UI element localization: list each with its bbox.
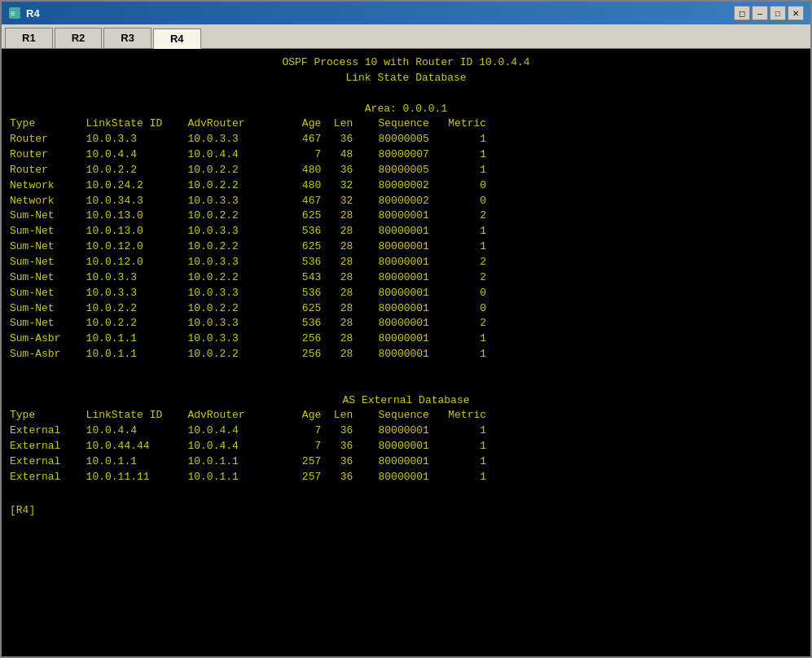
main-window: ≡ R4 ◻ – □ ✕ R1 R2 R3 R4 OSPF Process 10… bbox=[0, 0, 812, 658]
row-9: Sum-Net 10.0.12.0 10.0.3.3 536 28 800000… bbox=[10, 255, 802, 270]
title-bar: ≡ R4 ◻ – □ ✕ bbox=[2, 2, 810, 24]
window-title: R4 bbox=[26, 7, 40, 20]
svg-text:≡: ≡ bbox=[11, 9, 15, 18]
ext-row-4: External 10.0.11.11 10.0.1.1 257 36 8000… bbox=[10, 470, 802, 485]
ospf-header1: OSPF Process 10 with Router ID 10.0.4.4 bbox=[10, 55, 802, 71]
area-header: Area: 0.0.0.1 bbox=[10, 102, 802, 117]
ext-col-header: Type LinkState ID AdvRouter Age Len Sequ… bbox=[10, 408, 802, 423]
ext-row-3: External 10.0.1.1 10.0.1.1 257 36 800000… bbox=[10, 454, 802, 470]
close-button[interactable]: ✕ bbox=[788, 6, 804, 20]
tab-r2[interactable]: R2 bbox=[55, 28, 103, 48]
blank1 bbox=[10, 86, 802, 102]
row-4: Network 10.0.24.2 10.0.2.2 480 32 800000… bbox=[10, 178, 802, 194]
ospf-header2: Link State Database bbox=[10, 71, 802, 86]
row-14: Sum-Asbr 10.0.1.1 10.0.3.3 256 28 800000… bbox=[10, 331, 802, 347]
row-12: Sum-Net 10.0.2.2 10.0.2.2 625 28 8000000… bbox=[10, 301, 802, 317]
prompt: [R4] bbox=[10, 503, 802, 519]
col-header: Type LinkState ID AdvRouter Age Len Sequ… bbox=[10, 116, 802, 132]
restore-button[interactable]: ◻ bbox=[734, 6, 750, 20]
blank2 bbox=[10, 362, 802, 378]
blank4 bbox=[10, 485, 802, 501]
row-8: Sum-Net 10.0.12.0 10.0.2.2 625 28 800000… bbox=[10, 239, 802, 255]
ext-row-1: External 10.0.4.4 10.0.4.4 7 36 80000001… bbox=[10, 423, 802, 439]
tab-r3[interactable]: R3 bbox=[103, 28, 151, 48]
minimize-button[interactable]: – bbox=[752, 6, 768, 20]
row-5: Network 10.0.34.3 10.0.3.3 467 32 800000… bbox=[10, 194, 802, 209]
row-6: Sum-Net 10.0.13.0 10.0.2.2 625 28 800000… bbox=[10, 208, 802, 224]
row-1: Router 10.0.3.3 10.0.3.3 467 36 80000005… bbox=[10, 132, 802, 147]
row-15: Sum-Asbr 10.0.1.1 10.0.2.2 256 28 800000… bbox=[10, 347, 802, 362]
tab-r4[interactable]: R4 bbox=[153, 29, 201, 49]
ext-header: AS External Database bbox=[10, 393, 802, 409]
tab-bar: R1 R2 R3 R4 bbox=[2, 24, 810, 49]
row-11: Sum-Net 10.0.3.3 10.0.3.3 536 28 8000000… bbox=[10, 286, 802, 301]
ext-row-2: External 10.0.44.44 10.0.4.4 7 36 800000… bbox=[10, 439, 802, 454]
blank3 bbox=[10, 378, 802, 393]
row-10: Sum-Net 10.0.3.3 10.0.2.2 543 28 8000000… bbox=[10, 270, 802, 286]
window-controls: ◻ – □ ✕ bbox=[734, 6, 804, 20]
row-2: Router 10.0.4.4 10.0.4.4 7 48 80000007 1 bbox=[10, 147, 802, 163]
row-7: Sum-Net 10.0.13.0 10.0.3.3 536 28 800000… bbox=[10, 224, 802, 239]
maximize-button[interactable]: □ bbox=[770, 6, 786, 20]
app-icon: ≡ bbox=[8, 7, 21, 20]
row-13: Sum-Net 10.0.2.2 10.0.3.3 536 28 8000000… bbox=[10, 316, 802, 331]
terminal-display: OSPF Process 10 with Router ID 10.0.4.4 … bbox=[2, 49, 810, 656]
tab-r1[interactable]: R1 bbox=[5, 28, 53, 48]
row-3: Router 10.0.2.2 10.0.2.2 480 36 80000005… bbox=[10, 163, 802, 178]
